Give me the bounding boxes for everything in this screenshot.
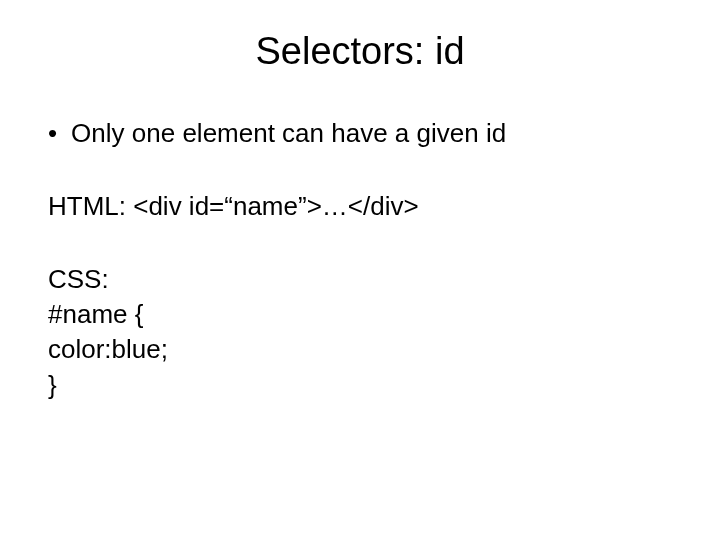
css-line-2: color:blue;	[40, 332, 680, 367]
bullet-item: • Only one element can have a given id	[40, 118, 680, 149]
css-line-3: }	[40, 368, 680, 403]
slide-title: Selectors: id	[40, 30, 680, 73]
bullet-dot-icon: •	[48, 118, 57, 149]
css-line-1: #name {	[40, 297, 680, 332]
bullet-text: Only one element can have a given id	[71, 118, 506, 149]
html-example-line: HTML: <div id=“name”>…</div>	[40, 189, 680, 224]
css-label: CSS:	[40, 262, 680, 297]
